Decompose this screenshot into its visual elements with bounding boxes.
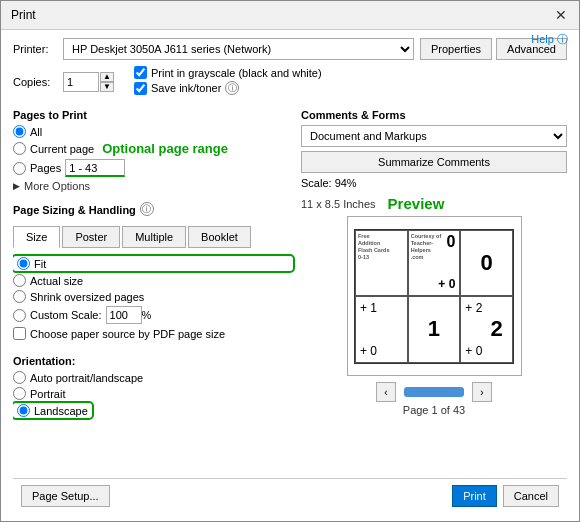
orientation-section: Orientation: Auto portrait/landscape Por… (13, 349, 293, 421)
portrait-row: Portrait (13, 387, 293, 400)
save-ink-info-icon[interactable]: ⓘ (225, 81, 239, 95)
help-link[interactable]: Help ⓘ (531, 32, 568, 47)
bottom-row: Page Setup... Print Cancel (13, 478, 567, 513)
preview-cell-2: Courtesy ofTeacher-Helpers.com 0 + 0 (408, 230, 461, 297)
scale-label: Scale: 94% (301, 177, 567, 189)
portrait-label: Portrait (30, 388, 65, 400)
save-ink-checkbox[interactable] (134, 82, 147, 95)
copies-input[interactable] (63, 72, 99, 92)
printer-row: Printer: HP Deskjet 3050A J611 series (N… (13, 38, 567, 60)
shrink-radio[interactable] (13, 290, 26, 303)
actual-size-radio[interactable] (13, 274, 26, 287)
cancel-button[interactable]: Cancel (503, 485, 559, 507)
copies-label: Copies: (13, 76, 63, 88)
pages-label: Pages (30, 162, 61, 174)
comments-select[interactable]: Document and Markups (301, 125, 567, 147)
tab-multiple[interactable]: Multiple (122, 226, 186, 248)
page-text: Page 1 of 43 (403, 404, 465, 416)
auto-orientation-radio[interactable] (13, 371, 26, 384)
copies-spinner[interactable]: ▲ ▼ (100, 72, 114, 92)
copies-down[interactable]: ▼ (100, 82, 114, 92)
grayscale-label: Print in grayscale (black and white) (151, 67, 322, 79)
current-page-label: Current page (30, 143, 94, 155)
title-bar: Print ✕ (1, 1, 579, 30)
dialog-body: Help ⓘ Printer: HP Deskjet 3050A J611 se… (1, 30, 579, 521)
more-options[interactable]: ▶ More Options (13, 180, 293, 192)
current-page-row: Current page Optional page range (13, 141, 293, 156)
grayscale-checkbox[interactable] (134, 66, 147, 79)
auto-orientation-label: Auto portrait/landscape (30, 372, 143, 384)
orientation-title: Orientation: (13, 355, 293, 367)
preview-nav: ‹ › (301, 382, 567, 402)
pages-range-row: Pages (13, 159, 293, 177)
page-setup-button[interactable]: Page Setup... (21, 485, 110, 507)
preview-size: 11 x 8.5 Inches (301, 198, 376, 210)
comments-forms-title: Comments & Forms (301, 109, 567, 121)
shrink-row: Shrink oversized pages (13, 290, 293, 303)
pdf-source-checkbox[interactable] (13, 327, 26, 340)
right-panel: Comments & Forms Document and Markups Su… (301, 103, 567, 478)
next-page-button[interactable]: › (472, 382, 492, 402)
preview-cell-4: + 1 + 0 (355, 296, 408, 363)
tab-size[interactable]: Size (13, 226, 60, 248)
landscape-radio[interactable] (17, 404, 30, 417)
comments-section: Comments & Forms Document and Markups Su… (301, 103, 567, 189)
current-page-radio[interactable] (13, 142, 26, 155)
save-ink-row: Save ink/toner ⓘ (134, 81, 322, 95)
portrait-radio[interactable] (13, 387, 26, 400)
print-button[interactable]: Print (452, 485, 497, 507)
more-options-triangle: ▶ (13, 181, 20, 191)
all-pages-radio[interactable] (13, 125, 26, 138)
grayscale-row: Print in grayscale (black and white) (134, 66, 322, 79)
fit-radio[interactable] (17, 257, 30, 270)
tab-poster[interactable]: Poster (62, 226, 120, 248)
custom-scale-input[interactable] (106, 306, 142, 324)
fit-label: Fit (34, 258, 46, 270)
tab-booklet[interactable]: Booklet (188, 226, 251, 248)
close-button[interactable]: ✕ (553, 7, 569, 23)
save-ink-label: Save ink/toner (151, 82, 221, 94)
fit-option-row: Fit (13, 256, 293, 271)
preview-cell-5: 1 (408, 296, 461, 363)
custom-scale-unit: % (142, 309, 152, 321)
actual-size-label: Actual size (30, 275, 83, 287)
copies-up[interactable]: ▲ (100, 72, 114, 82)
more-options-label: More Options (24, 180, 90, 192)
preview-area: 11 x 8.5 Inches Preview FreeAdditionFlas… (301, 195, 567, 478)
preview-cell-6: + 2 + 0 2 (460, 296, 513, 363)
dialog-title: Print (11, 8, 36, 22)
custom-scale-radio[interactable] (13, 309, 26, 322)
page-sizing-title-row: Page Sizing & Handling ⓘ (13, 198, 293, 220)
printer-label: Printer: (13, 43, 63, 55)
page-sizing-title: Page Sizing & Handling (13, 204, 136, 216)
optional-hint-label: Optional page range (102, 141, 228, 156)
custom-scale-label: Custom Scale: (30, 309, 102, 321)
left-panel: Pages to Print All Current page Optional… (13, 103, 293, 478)
all-pages-row: All (13, 125, 293, 138)
pages-to-print-title: Pages to Print (13, 109, 293, 121)
prev-page-button[interactable]: ‹ (376, 382, 396, 402)
landscape-row: Landscape (13, 403, 92, 418)
pdf-source-row: Choose paper source by PDF page size (13, 327, 293, 340)
page-indicator (404, 387, 464, 397)
summarize-button[interactable]: Summarize Comments (301, 151, 567, 173)
shrink-label: Shrink oversized pages (30, 291, 144, 303)
page-sizing-tabs: Size Poster Multiple Booklet (13, 226, 293, 248)
main-content: Pages to Print All Current page Optional… (13, 103, 567, 478)
landscape-label: Landscape (34, 405, 88, 417)
preview-cell-1: FreeAdditionFlash Cards0-13 (355, 230, 408, 297)
properties-button[interactable]: Properties (420, 38, 492, 60)
checkbox-area: Print in grayscale (black and white) Sav… (134, 66, 322, 97)
preview-header: 11 x 8.5 Inches Preview (301, 195, 567, 212)
actual-size-row: Actual size (13, 274, 293, 287)
preview-cell-3: 0 (460, 230, 513, 297)
auto-orientation-row: Auto portrait/landscape (13, 371, 293, 384)
printer-select[interactable]: HP Deskjet 3050A J611 series (Network) (63, 38, 414, 60)
action-buttons: Print Cancel (452, 485, 559, 507)
print-dialog: Print ✕ Help ⓘ Printer: HP Deskjet 3050A… (0, 0, 580, 522)
pages-range-radio[interactable] (13, 162, 26, 175)
copies-row: Copies: ▲ ▼ Print in grayscale (black an… (13, 66, 567, 97)
custom-scale-row: Custom Scale: % (13, 306, 293, 324)
page-sizing-info-icon[interactable]: ⓘ (140, 202, 154, 216)
pages-range-input[interactable] (65, 159, 125, 177)
